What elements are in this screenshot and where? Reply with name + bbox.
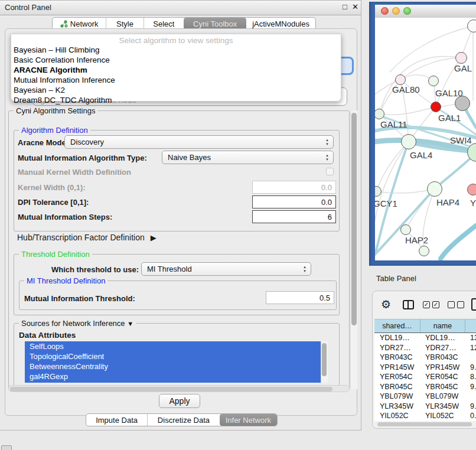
zoom-traffic-light[interactable] (403, 7, 411, 15)
cyni-algorithm-settings-group: Cyni Algorithm Settings Algorithm Defini… (8, 110, 350, 389)
tab-impute-data[interactable]: Impute Data (86, 414, 147, 426)
node[interactable] (467, 19, 476, 32)
close-traffic-light[interactable] (381, 7, 389, 15)
list-scrollbar-track[interactable] (321, 341, 328, 383)
close-icon[interactable]: ✕ (352, 2, 358, 11)
minimize-traffic-light[interactable] (392, 7, 400, 15)
column-header[interactable]: shared… (374, 319, 420, 332)
tab-impute-data-label: Impute Data (96, 416, 138, 425)
list-item[interactable]: BetweennessCentrality (25, 361, 327, 371)
sources-group-title[interactable]: Sources for Network Inference ▼ (19, 319, 136, 328)
table-cell: YIL052C (374, 411, 420, 421)
list-item[interactable]: SelfLoops (25, 341, 327, 351)
sources-group: Sources for Network Inference ▼ Data Att… (14, 323, 340, 389)
node-gal80[interactable] (395, 74, 406, 85)
list-scrollbar-thumb[interactable] (322, 343, 327, 376)
collapsed-panel-handle[interactable] (1, 445, 12, 450)
checked-checkbox-icon[interactable]: ✓ (432, 301, 439, 308)
tab-discretize-data[interactable]: Discretize Data (147, 414, 220, 426)
new-table-icon[interactable] (471, 298, 476, 311)
table-row[interactable]: YER054CYER054C8. (374, 372, 476, 382)
table-hscrollbar-thumb[interactable] (377, 422, 472, 426)
table-row[interactable]: YPR145WYPR145W9. (374, 363, 476, 373)
threshold-definition-group: Threshold Definition Which threshold to … (14, 254, 340, 315)
settings-hscrollbar-track[interactable] (8, 385, 350, 392)
table-row[interactable]: YIL052CYIL052C0. (374, 411, 476, 421)
table-row[interactable]: YBR043CYBR043C (374, 353, 476, 363)
table-cell: YPR145W (374, 363, 420, 373)
tab-cyni-toolbox[interactable]: Cyni Toolbox (184, 18, 246, 30)
node-hap2[interactable] (400, 224, 411, 235)
network-edge[interactable] (379, 108, 431, 115)
tab-network[interactable]: Network (53, 18, 106, 30)
hub-definition-expander[interactable]: Hub/Transcription Factor Definition ▶ (17, 233, 157, 242)
which-threshold-combobox[interactable]: MI Threshold ▲▼ (141, 262, 311, 276)
node-gal10[interactable] (428, 76, 439, 86)
apply-button[interactable]: Apply (159, 394, 200, 408)
mi-threshold-label: Mutual Information Threshold: (24, 294, 135, 303)
node[interactable] (419, 246, 429, 256)
table-row[interactable]: YLR345WYLR345W9. (374, 402, 476, 412)
gear-icon[interactable]: ⚙ (381, 298, 391, 311)
node-gal4[interactable] (401, 134, 416, 149)
network-window-titlebar[interactable] (375, 5, 476, 18)
tab-jactivemnodules[interactable]: jActiveMNodules (246, 18, 315, 30)
tab-select-label: Select (153, 19, 174, 28)
column-header[interactable]: name (420, 319, 465, 332)
algorithm-option[interactable]: Basic Correlation Inference (11, 55, 341, 65)
which-threshold-label: Which threshold to use: (51, 265, 139, 274)
table-row[interactable]: YBL079WYBL079W (374, 392, 476, 402)
table-row[interactable]: YDL19…YDL19…13 (374, 333, 476, 343)
kernel-width-field[interactable]: 0.0 (252, 181, 336, 194)
collapse-arrow-icon[interactable]: ▼ (127, 320, 133, 327)
settings-scrollbar-thumb[interactable] (351, 113, 357, 325)
table-cell: YBR045C (374, 382, 420, 392)
tab-infer-network[interactable]: Infer Network (220, 414, 277, 426)
checked-checkbox-icon[interactable]: ✓ (423, 301, 430, 308)
tab-style[interactable]: Style (106, 18, 143, 30)
network-edge[interactable] (376, 190, 431, 193)
table-row[interactable]: YDR27…YDR27…12 (374, 343, 476, 353)
expander-arrow-icon[interactable]: ▶ (151, 233, 157, 242)
mi-threshold-field[interactable]: 0.5 (266, 291, 334, 304)
mi-steps-field[interactable]: 6 (252, 210, 336, 223)
network-edge[interactable] (441, 226, 476, 259)
node-gal[interactable] (455, 52, 467, 64)
node-gal1[interactable] (431, 102, 441, 112)
list-item[interactable]: gal4RGexp (25, 371, 327, 381)
split-columns-icon[interactable] (403, 300, 414, 309)
tab-select[interactable]: Select (144, 18, 184, 30)
aracne-mode-combobox[interactable]: Discovery ▲▼ (64, 135, 334, 149)
table-row[interactable]: YBR045CYBR045C9. (374, 382, 476, 392)
node-y[interactable] (467, 184, 476, 195)
tab-network-label: Network (70, 19, 99, 28)
dpi-tolerance-field[interactable]: 0.0 (252, 195, 336, 208)
unchecked-checkbox-icon[interactable] (457, 301, 464, 308)
unchecked-checkbox-icon[interactable] (448, 301, 455, 308)
network-canvas[interactable]: GALGAL80GAL10GAL1GAL11SWI4GAL4GCY1HAP4YH… (375, 18, 476, 260)
manual-kernel-checkbox[interactable] (326, 168, 334, 175)
table-cell: 12 (465, 343, 476, 353)
float-window-icon[interactable]: □ (343, 2, 347, 11)
threshold-definition-title: Threshold Definition (19, 250, 92, 259)
column-header[interactable]: A (465, 319, 476, 332)
settings-scrollbar-track[interactable] (350, 110, 357, 389)
node-hap4[interactable] (427, 181, 442, 197)
settings-hscrollbar-thumb[interactable] (10, 387, 332, 392)
node[interactable] (455, 96, 470, 111)
table-panel: ⚙ ✓ ✓ shared…nameAYDL19…YDL19…13YDR27…YD… (372, 291, 476, 429)
mi-type-combobox[interactable]: Naive Bayes ▲▼ (162, 151, 334, 164)
mi-type-value: Naive Bayes (168, 153, 211, 162)
data-attributes-list: SelfLoops TopologicalCoefficient Between… (25, 341, 327, 383)
algorithm-option[interactable]: Dream8 DC_TDC Algorithm (11, 95, 341, 105)
algorithm-option-selected[interactable]: ARACNE Algorithm (11, 65, 341, 75)
dpi-tolerance-label: DPI Tolerance [0,1]: (18, 198, 89, 207)
algorithm-option[interactable]: Bayesian – Hill Climbing (11, 45, 341, 55)
control-panel-titlebar[interactable]: Control Panel □ ✕ (0, 1, 361, 15)
list-item[interactable]: TopologicalCoefficient (25, 351, 327, 361)
algorithm-option[interactable]: Bayesian – K2 (11, 85, 341, 95)
table-cell: YER054C (420, 372, 465, 382)
table-cell: YBR043C (420, 353, 465, 363)
algorithm-option[interactable]: Mutual Information Inference (11, 75, 341, 85)
control-panel-title: Control Panel (5, 3, 51, 12)
